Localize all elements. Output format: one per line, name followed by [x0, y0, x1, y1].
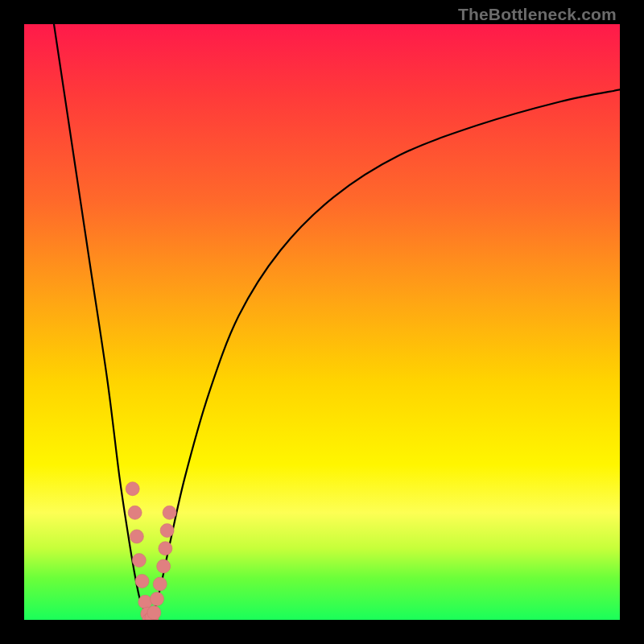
valley-markers: [126, 482, 176, 620]
valley-marker: [151, 592, 164, 606]
valley-marker: [160, 524, 174, 538]
valley-marker: [128, 506, 142, 519]
valley-marker: [135, 574, 149, 588]
plot-area: [24, 24, 620, 620]
curve-layer: [24, 24, 620, 620]
valley-marker: [138, 595, 152, 609]
valley-marker: [130, 530, 143, 543]
valley-marker: [159, 542, 172, 555]
watermark-text: TheBottleneck.com: [458, 5, 617, 24]
valley-marker: [147, 606, 161, 620]
chart-frame: TheBottleneck.com: [0, 0, 644, 644]
right-branch-curve: [149, 89, 620, 620]
valley-marker: [126, 482, 139, 496]
valley-marker: [163, 506, 176, 519]
valley-marker: [157, 559, 171, 573]
valley-marker: [153, 577, 167, 591]
valley-marker: [132, 554, 146, 568]
